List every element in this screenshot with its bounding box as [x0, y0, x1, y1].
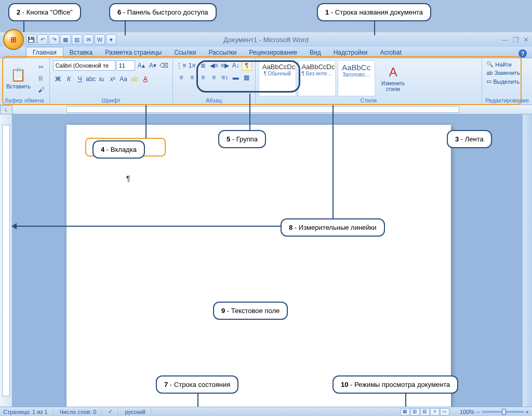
qat-btn-6[interactable]: ✉	[83, 34, 94, 45]
line-8h	[15, 226, 281, 227]
tab-references[interactable]: Ссылки	[168, 47, 202, 58]
horizontal-ruler[interactable]	[12, 105, 532, 114]
format-painter-icon[interactable]: 🖌	[36, 85, 46, 95]
zoom-slider[interactable]	[482, 411, 524, 413]
strike-icon[interactable]: abc	[86, 74, 96, 84]
zoom-level[interactable]: 100%	[460, 409, 474, 415]
tab-review[interactable]: Рецензирование	[243, 47, 303, 58]
find-button[interactable]: 🔍Найти	[485, 60, 529, 68]
vertical-ruler[interactable]	[0, 114, 12, 407]
qat-btn-4[interactable]: ▦	[60, 34, 71, 45]
web-view[interactable]: ▤	[420, 408, 430, 415]
replace-button[interactable]: abЗаменить	[485, 69, 529, 76]
word-count[interactable]: Число слов: 0	[60, 409, 102, 415]
cut-icon[interactable]: ✂	[36, 62, 46, 72]
qat-more-icon[interactable]: ▾	[106, 34, 116, 45]
callout-10: 10 - Режимы просмотра документа	[332, 375, 458, 394]
reading-view[interactable]: ▥	[410, 408, 420, 415]
arrow-8	[11, 223, 17, 229]
page[interactable]: ¶	[66, 125, 451, 407]
title-bar: ⊞ 💾 ↶ ↷ ▦ ▥ ✉ W ▾ Документ1 - Microsoft …	[0, 32, 532, 47]
group-clipboard: 📋 Вставить ✂ ⎘ 🖌 Буфер обмена	[0, 58, 50, 105]
find-icon: 🔍	[486, 61, 494, 68]
line-spacing-icon[interactable]: ≡↕	[220, 72, 230, 83]
indent-inc-icon[interactable]: ≡▶	[220, 60, 230, 71]
vertical-scrollbar[interactable]	[523, 114, 532, 407]
styles-label: Стили	[259, 96, 479, 105]
italic-icon[interactable]: К	[64, 74, 74, 84]
line-7	[197, 392, 198, 407]
align-left-icon[interactable]: ≡	[176, 72, 187, 83]
zoom-out-icon[interactable]: −	[476, 409, 480, 415]
clear-format-icon[interactable]: ⌫	[159, 60, 169, 71]
callout-4: 4 - Вкладка	[92, 140, 145, 159]
underline-icon[interactable]: Ч	[75, 74, 85, 84]
bold-icon[interactable]: Ж	[53, 74, 63, 84]
subscript-icon[interactable]: x₂	[97, 74, 107, 84]
zoom-in-icon[interactable]: +	[526, 409, 529, 415]
ribbon-tabs: Главная Вставка Разметка страницы Ссылки…	[0, 47, 532, 58]
help-icon[interactable]: ?	[518, 49, 527, 58]
case-icon[interactable]: Aa	[118, 74, 129, 84]
minimize-icon[interactable]: —	[502, 36, 509, 44]
grow-font-icon[interactable]: A▴	[136, 60, 147, 71]
tab-addins[interactable]: Надстройки	[327, 47, 374, 58]
tab-view[interactable]: Вид	[303, 47, 327, 58]
justify-icon[interactable]: ≡	[209, 72, 219, 83]
bullets-icon[interactable]: ⋮≡	[176, 60, 187, 71]
style-normal[interactable]: AaBbCcDc ¶ Обычный	[259, 60, 296, 96]
style-heading[interactable]: AaBbCc Заголово…	[338, 60, 375, 96]
tab-home[interactable]: Главная	[26, 47, 63, 58]
spell-check-icon[interactable]: ✓	[108, 408, 118, 415]
highlight-icon[interactable]: ab	[129, 74, 140, 84]
outline-view[interactable]: ≡	[430, 408, 440, 415]
paragraph-label: Абзац	[176, 96, 252, 105]
copy-icon[interactable]: ⎘	[36, 73, 46, 84]
close-icon[interactable]: ✕	[523, 36, 529, 44]
print-layout-view[interactable]: ▦	[401, 408, 410, 415]
paste-label: Вставить	[6, 83, 31, 89]
save-icon[interactable]: 💾	[26, 34, 36, 45]
language-status[interactable]: русский	[125, 409, 151, 415]
qat-btn-5[interactable]: ▥	[72, 34, 82, 45]
change-styles-button[interactable]: A Изменить стили	[377, 60, 409, 96]
show-marks-icon[interactable]: ¶	[242, 60, 252, 71]
document-title: Документ1 - Microsoft Word	[223, 36, 309, 44]
font-name-select[interactable]: Calibri (Основной те	[53, 60, 115, 71]
paste-button[interactable]: 📋 Вставить	[3, 60, 34, 96]
redo-icon[interactable]: ↷	[49, 34, 59, 45]
indent-dec-icon[interactable]: ◀≡	[209, 60, 219, 71]
line-6	[125, 20, 126, 35]
align-right-icon[interactable]: ≡	[198, 72, 208, 83]
group-styles: AaBbCcDc ¶ Обычный AaBbCcDc ¶ Без инте… …	[256, 58, 483, 105]
superscript-icon[interactable]: x²	[108, 74, 118, 84]
ruler-corner[interactable]: L	[0, 105, 12, 114]
numbers-icon[interactable]: 1≡	[187, 60, 197, 71]
borders-icon[interactable]: ▦	[242, 72, 252, 83]
tab-acrobat[interactable]: Acrobat	[374, 47, 408, 58]
line-2	[23, 20, 24, 32]
tab-mailings[interactable]: Рассылки	[202, 47, 243, 58]
select-button[interactable]: ▭Выделить	[485, 77, 529, 85]
qat-btn-7[interactable]: W	[95, 34, 105, 45]
draft-view[interactable]: ▭	[440, 408, 449, 415]
callout-7: 7 - Строка состояния	[156, 375, 238, 394]
font-color-icon[interactable]: A	[140, 74, 151, 84]
align-center-icon[interactable]: ≡	[187, 72, 197, 83]
font-size-select[interactable]: 11	[116, 60, 135, 71]
document-area: ¶	[12, 114, 523, 407]
tab-insert[interactable]: Вставка	[63, 47, 99, 58]
multilevel-icon[interactable]: ≣	[198, 60, 208, 71]
tab-layout[interactable]: Разметка страницы	[99, 47, 168, 58]
style-nospace[interactable]: AaBbCcDc ¶ Без инте…	[298, 60, 336, 96]
sort-icon[interactable]: A↓	[231, 60, 241, 71]
callout-3: 3 - Лента	[447, 130, 492, 148]
maximize-icon[interactable]: ❐	[513, 36, 519, 44]
group-paragraph: ⋮≡ 1≡ ≣ ◀≡ ≡▶ A↓ ¶ ≡ ≡ ≡ ≡ ≡↕ ▬ ▦ Абзац	[173, 58, 256, 105]
shrink-font-icon[interactable]: A▾	[148, 60, 158, 71]
font-label: Шрифт	[53, 96, 169, 105]
shading-icon[interactable]: ▬	[231, 72, 241, 83]
page-status[interactable]: Страница: 1 из 1	[3, 409, 54, 415]
office-button[interactable]: ⊞	[3, 29, 24, 50]
undo-icon[interactable]: ↶	[37, 34, 48, 45]
